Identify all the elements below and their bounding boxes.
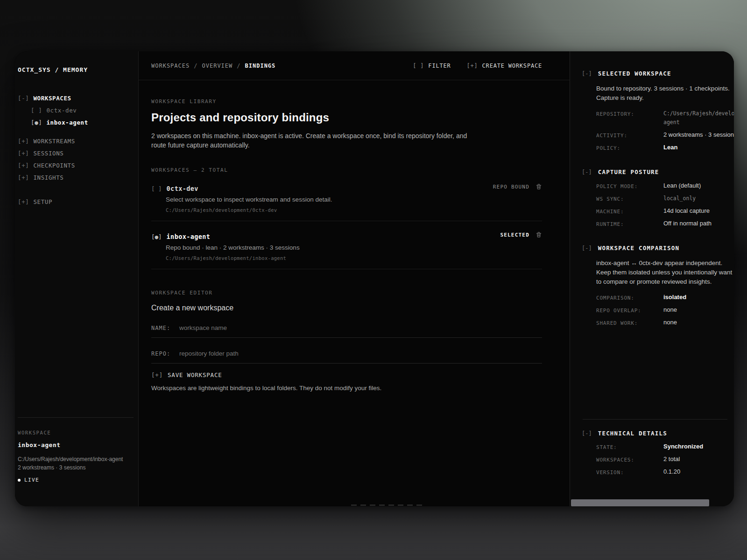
kv-activity: ACTIVITY: 2 workstreams · 3 sessions (596, 131, 734, 140)
expand-toggle-icon: [+] (18, 147, 29, 160)
collapse-toggle-icon: [-] (582, 430, 592, 437)
radio-selected-icon: [●] (31, 117, 42, 129)
active-workspace-stats: 2 workstreams · 3 sessions (18, 464, 134, 471)
bracket-icon: [ ] (413, 63, 424, 69)
sidebar-item-workstreams[interactable]: [+] WORKSTREAMS (18, 135, 134, 147)
trash-icon[interactable] (536, 183, 542, 190)
page-title: Projects and repository bindings (151, 111, 542, 124)
capture-posture-header[interactable]: [-] CAPTURE POSTURE (570, 168, 734, 175)
live-dot-icon (18, 479, 21, 482)
radio-selected-icon: [●] (151, 233, 162, 240)
page-description: 2 workspaces on this machine. inbox-agen… (151, 131, 471, 150)
sidebar-item-inbox-agent[interactable]: [●] inbox-agent (18, 117, 134, 129)
radio-unselected-icon: [ ] (31, 105, 42, 117)
collapse-toggle-icon: [-] (18, 92, 29, 105)
name-label: NAME: (151, 325, 179, 331)
workspace-path: C:/Users/Rajesh/development/inbox-agent (166, 255, 542, 261)
workspace-row-inbox-agent[interactable]: [●] inbox-agent SELECTED Repo bound · le… (151, 221, 542, 269)
workspace-path: C:/Users/Rajesh/development/0ctx-dev (166, 207, 542, 213)
editor-note: Workspaces are lightweight bindings to l… (151, 385, 542, 392)
sidebar-footer: WORKSPACE inbox-agent C:/Users/Rajesh/de… (18, 417, 134, 483)
trash-icon[interactable] (536, 231, 542, 238)
breadcrumb-workspaces[interactable]: WORKSPACES (151, 63, 190, 69)
editor-eyebrow: WORKSPACE EDITOR (151, 290, 542, 296)
sidebar-item-0ctx-dev[interactable]: [ ] 0ctx-dev (18, 105, 134, 117)
filter-button[interactable]: [ ] FILTER (413, 63, 451, 69)
repo-field-row: REPO: (151, 344, 542, 364)
kv-runtime: RUNTIME: Off in normal path (596, 219, 734, 228)
breadcrumb-overview[interactable]: OVERVIEW (202, 63, 233, 69)
selected-workspace-header[interactable]: [-] SELECTED WORKSPACE (570, 70, 734, 77)
inspector-panel: [-] SELECTED WORKSPACE Bound to reposito… (570, 51, 734, 506)
divider (18, 417, 134, 418)
workspace-name: 0ctx-dev (167, 185, 198, 192)
sidebar-item-insights[interactable]: [+] INSIGHTS (18, 172, 134, 184)
clipped-footer-text (351, 504, 426, 506)
kv-repository: REPOSITORY: C:/Users/Rajesh/development/… (596, 109, 734, 127)
plus-bracket-icon: [+] (151, 371, 163, 378)
sidebar-item-checkpoints[interactable]: [+] CHECKPOINTS (18, 160, 134, 172)
workspace-comparison-header[interactable]: [-] WORKSPACE COMPARISON (570, 245, 734, 252)
workspace-description: Repo bound · lean · 2 workstreams · 3 se… (166, 244, 542, 251)
repo-label: REPO: (151, 350, 179, 357)
kv-comparison: COMPARISON: isolated (596, 293, 734, 302)
radio-unselected-icon: [ ] (151, 185, 162, 192)
sidebar-nav: [-] WORKSPACES [ ] 0ctx-dev [●] inbox-ag… (18, 92, 134, 208)
expand-toggle-icon: [+] (18, 160, 29, 172)
repository-path-input[interactable] (179, 350, 542, 357)
plus-bracket-icon: [+] (467, 63, 478, 69)
breadcrumb-bindings: BINDINGS (245, 63, 276, 69)
editor-title: Create a new workspace (151, 304, 542, 312)
active-workspace-name: inbox-agent (18, 441, 134, 448)
capture-posture-section: [-] CAPTURE POSTURE POLICY MODE: Lean (d… (570, 168, 734, 232)
sidebar-item-setup[interactable]: [+] SETUP (18, 196, 134, 208)
breadcrumb: WORKSPACES / OVERVIEW / BINDINGS (151, 63, 275, 69)
status-badge: SELECTED (500, 232, 529, 238)
technical-details-header[interactable]: [-] TECHNICAL DETAILS (570, 430, 734, 437)
selected-workspace-section: [-] SELECTED WORKSPACE Bound to reposito… (570, 70, 734, 156)
main-content: WORKSPACES / OVERVIEW / BINDINGS [ ] FIL… (139, 51, 570, 506)
main-body: WORKSPACE LIBRARY Projects and repositor… (139, 80, 570, 506)
kv-workspaces-count: WORKSPACES: 2 total (596, 455, 734, 464)
kv-state: STATE: Synchronized (596, 442, 734, 451)
workspace-name-input[interactable] (179, 324, 542, 331)
workspace-eyebrow: WORKSPACE (18, 430, 134, 435)
kv-machine: MACHINE: 14d local capture (596, 207, 734, 216)
workspace-editor: WORKSPACE EDITOR Create a new workspace … (151, 290, 542, 392)
selected-workspace-summary: Bound to repository. 3 sessions · 1 chec… (596, 84, 733, 103)
save-workspace-button[interactable]: [+] SAVE WORKSPACE (151, 371, 542, 378)
workspace-list-header: WORKSPACES — 2 TOTAL (151, 167, 542, 173)
kv-ws-sync: WS SYNC: local_only (596, 194, 734, 203)
main-header: WORKSPACES / OVERVIEW / BINDINGS [ ] FIL… (139, 51, 570, 80)
technical-details-section: [-] TECHNICAL DETAILS STATE: Synchronize… (570, 419, 734, 480)
create-workspace-button[interactable]: [+] CREATE WORKSPACE (467, 63, 542, 69)
expand-toggle-icon: [+] (18, 172, 29, 184)
status-badge: REPO BOUND (493, 184, 529, 190)
sidebar-item-workspaces[interactable]: [-] WORKSPACES (18, 92, 134, 105)
kv-version: VERSION: 0.1.20 (596, 468, 734, 476)
kv-repo-overlap: REPO OVERLAP: none (596, 306, 734, 315)
collapse-toggle-icon: [-] (582, 70, 592, 77)
collapse-toggle-icon: [-] (582, 245, 592, 252)
app-window: OCTX_SYS / MEMORY [-] WORKSPACES [ ] 0ct… (15, 51, 734, 506)
expand-toggle-icon: [+] (18, 135, 29, 147)
header-actions: [ ] FILTER [+] CREATE WORKSPACE (413, 63, 542, 69)
workspace-name: inbox-agent (167, 233, 211, 240)
kv-shared-work: SHARED WORK: none (596, 318, 734, 327)
kv-policy-mode: POLICY MODE: Lean (default) (596, 182, 734, 190)
divider (583, 419, 727, 420)
library-eyebrow: WORKSPACE LIBRARY (151, 98, 542, 105)
workspace-row-0ctx-dev[interactable]: [ ] 0ctx-dev REPO BOUND Select workspace… (151, 173, 542, 221)
workspace-description: Select workspace to inspect workstream a… (166, 196, 542, 203)
kv-policy: POLICY: Lean (596, 143, 734, 152)
expand-toggle-icon: [+] (18, 196, 29, 208)
sidebar-item-sessions[interactable]: [+] SESSIONS (18, 147, 134, 160)
sidebar: OCTX_SYS / MEMORY [-] WORKSPACES [ ] 0ct… (15, 51, 139, 506)
live-status: LIVE (18, 477, 134, 483)
app-brand: OCTX_SYS / MEMORY (18, 66, 134, 74)
comparison-summary: inbox-agent ↔ 0ctx-dev appear independen… (596, 259, 733, 287)
workspace-comparison-section: [-] WORKSPACE COMPARISON inbox-agent ↔ 0… (570, 245, 734, 331)
name-field-row: NAME: (151, 318, 542, 338)
panel-scrollbar[interactable] (571, 499, 709, 506)
collapse-toggle-icon: [-] (582, 169, 592, 175)
